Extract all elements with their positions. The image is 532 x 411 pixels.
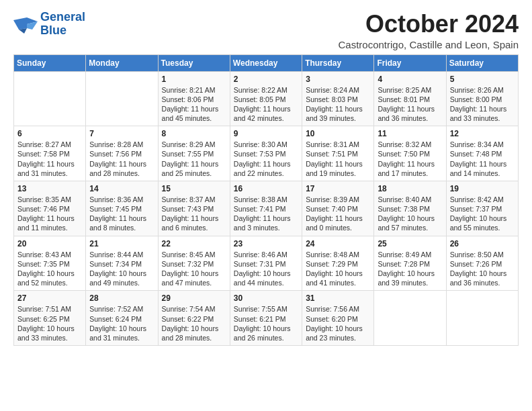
day-number: 9 <box>234 129 298 138</box>
calendar-day-cell <box>446 291 518 346</box>
day-number: 24 <box>306 239 370 248</box>
calendar-week-row: 1Sunrise: 8:21 AMSunset: 8:06 PMDaylight… <box>14 71 519 126</box>
calendar-table: SundayMondayTuesdayWednesdayThursdayFrid… <box>13 54 519 346</box>
calendar-day-cell: 7Sunrise: 8:28 AMSunset: 7:56 PMDaylight… <box>86 126 158 181</box>
calendar-day-cell: 18Sunrise: 8:40 AMSunset: 7:38 PMDayligh… <box>374 181 446 236</box>
calendar-day-cell: 15Sunrise: 8:37 AMSunset: 7:43 PMDayligh… <box>158 181 230 236</box>
weekday-header: Monday <box>86 54 158 71</box>
calendar-day-cell: 3Sunrise: 8:24 AMSunset: 8:03 PMDaylight… <box>302 71 374 126</box>
calendar-day-cell: 30Sunrise: 7:55 AMSunset: 6:21 PMDayligh… <box>230 291 302 346</box>
day-info: Sunrise: 8:38 AMSunset: 7:41 PMDaylight:… <box>234 195 291 232</box>
calendar-day-cell: 29Sunrise: 7:54 AMSunset: 6:22 PMDayligh… <box>158 291 230 346</box>
weekday-row: SundayMondayTuesdayWednesdayThursdayFrid… <box>14 54 519 71</box>
calendar-day-cell: 28Sunrise: 7:52 AMSunset: 6:24 PMDayligh… <box>86 291 158 346</box>
day-number: 4 <box>378 75 442 84</box>
day-number: 22 <box>162 239 226 248</box>
day-info: Sunrise: 8:29 AMSunset: 7:55 PMDaylight:… <box>162 140 219 177</box>
day-number: 16 <box>234 184 298 193</box>
calendar-day-cell: 11Sunrise: 8:32 AMSunset: 7:50 PMDayligh… <box>374 126 446 181</box>
location-subtitle: Castrocontrigo, Castille and Leon, Spain <box>339 39 519 50</box>
day-number: 27 <box>17 293 82 303</box>
day-info: Sunrise: 8:21 AMSunset: 8:06 PMDaylight:… <box>162 86 219 123</box>
calendar-day-cell: 4Sunrise: 8:25 AMSunset: 8:01 PMDaylight… <box>374 71 446 126</box>
calendar-day-cell: 9Sunrise: 8:30 AMSunset: 7:53 PMDaylight… <box>230 126 302 181</box>
day-info: Sunrise: 8:42 AMSunset: 7:37 PMDaylight:… <box>450 195 507 232</box>
day-info: Sunrise: 7:54 AMSunset: 6:22 PMDaylight:… <box>162 305 219 342</box>
calendar-day-cell <box>86 71 158 126</box>
day-info: Sunrise: 8:30 AMSunset: 7:53 PMDaylight:… <box>234 140 291 177</box>
day-info: Sunrise: 7:56 AMSunset: 6:20 PMDaylight:… <box>306 305 363 342</box>
day-number: 25 <box>378 239 442 248</box>
day-info: Sunrise: 8:43 AMSunset: 7:35 PMDaylight:… <box>17 250 75 287</box>
calendar-day-cell: 12Sunrise: 8:34 AMSunset: 7:48 PMDayligh… <box>446 126 518 181</box>
day-number: 5 <box>450 75 515 84</box>
title-block: October 2024 Castrocontrigo, Castille an… <box>339 11 519 50</box>
day-info: Sunrise: 8:31 AMSunset: 7:51 PMDaylight:… <box>306 140 363 177</box>
month-title: October 2024 <box>339 11 519 38</box>
calendar-week-row: 13Sunrise: 8:35 AMSunset: 7:46 PMDayligh… <box>14 181 519 236</box>
day-info: Sunrise: 8:37 AMSunset: 7:43 PMDaylight:… <box>162 195 219 232</box>
page-container: General Blue October 2024 Castrocontrigo… <box>0 0 532 353</box>
weekday-header: Friday <box>374 54 446 71</box>
calendar-day-cell: 26Sunrise: 8:50 AMSunset: 7:26 PMDayligh… <box>446 236 518 291</box>
day-info: Sunrise: 8:44 AMSunset: 7:34 PMDaylight:… <box>89 250 146 287</box>
weekday-header: Saturday <box>446 54 518 71</box>
day-number: 6 <box>17 129 82 138</box>
day-number: 1 <box>162 75 226 84</box>
day-info: Sunrise: 8:49 AMSunset: 7:28 PMDaylight:… <box>378 250 435 287</box>
calendar-header: SundayMondayTuesdayWednesdayThursdayFrid… <box>14 54 519 71</box>
day-info: Sunrise: 8:40 AMSunset: 7:38 PMDaylight:… <box>378 195 435 232</box>
weekday-header: Sunday <box>14 54 86 71</box>
calendar-day-cell: 23Sunrise: 8:46 AMSunset: 7:31 PMDayligh… <box>230 236 302 291</box>
logo-text: General Blue <box>40 11 85 38</box>
calendar-day-cell: 6Sunrise: 8:27 AMSunset: 7:58 PMDaylight… <box>14 126 86 181</box>
day-number: 12 <box>450 129 515 138</box>
day-number: 2 <box>234 75 298 84</box>
day-number: 18 <box>378 184 442 193</box>
day-info: Sunrise: 8:26 AMSunset: 8:00 PMDaylight:… <box>450 86 507 123</box>
calendar-day-cell: 24Sunrise: 8:48 AMSunset: 7:29 PMDayligh… <box>302 236 374 291</box>
header: General Blue October 2024 Castrocontrigo… <box>13 11 519 50</box>
day-number: 30 <box>234 293 298 303</box>
weekday-header: Wednesday <box>230 54 302 71</box>
calendar-day-cell: 25Sunrise: 8:49 AMSunset: 7:28 PMDayligh… <box>374 236 446 291</box>
day-info: Sunrise: 7:55 AMSunset: 6:21 PMDaylight:… <box>234 305 291 342</box>
calendar-day-cell: 21Sunrise: 8:44 AMSunset: 7:34 PMDayligh… <box>86 236 158 291</box>
calendar-day-cell: 16Sunrise: 8:38 AMSunset: 7:41 PMDayligh… <box>230 181 302 236</box>
calendar-day-cell: 22Sunrise: 8:45 AMSunset: 7:32 PMDayligh… <box>158 236 230 291</box>
day-number: 10 <box>306 129 370 138</box>
day-number: 29 <box>162 293 226 303</box>
day-number: 11 <box>378 129 442 138</box>
day-info: Sunrise: 8:46 AMSunset: 7:31 PMDaylight:… <box>234 250 291 287</box>
day-info: Sunrise: 8:45 AMSunset: 7:32 PMDaylight:… <box>162 250 219 287</box>
calendar-day-cell: 1Sunrise: 8:21 AMSunset: 8:06 PMDaylight… <box>158 71 230 126</box>
calendar-day-cell: 14Sunrise: 8:36 AMSunset: 7:45 PMDayligh… <box>86 181 158 236</box>
calendar-week-row: 20Sunrise: 8:43 AMSunset: 7:35 PMDayligh… <box>14 236 519 291</box>
calendar-day-cell: 19Sunrise: 8:42 AMSunset: 7:37 PMDayligh… <box>446 181 518 236</box>
day-info: Sunrise: 8:50 AMSunset: 7:26 PMDaylight:… <box>450 250 507 287</box>
day-number: 13 <box>17 184 82 193</box>
calendar-day-cell: 20Sunrise: 8:43 AMSunset: 7:35 PMDayligh… <box>14 236 86 291</box>
calendar-week-row: 27Sunrise: 7:51 AMSunset: 6:25 PMDayligh… <box>14 291 519 346</box>
weekday-header: Thursday <box>302 54 374 71</box>
day-number: 8 <box>162 129 226 138</box>
day-number: 17 <box>306 184 370 193</box>
day-info: Sunrise: 8:28 AMSunset: 7:56 PMDaylight:… <box>89 140 146 177</box>
logo-line2: Blue <box>40 24 85 38</box>
calendar-day-cell: 10Sunrise: 8:31 AMSunset: 7:51 PMDayligh… <box>302 126 374 181</box>
day-info: Sunrise: 8:34 AMSunset: 7:48 PMDaylight:… <box>450 140 507 177</box>
day-info: Sunrise: 8:32 AMSunset: 7:50 PMDaylight:… <box>378 140 435 177</box>
calendar-day-cell: 8Sunrise: 8:29 AMSunset: 7:55 PMDaylight… <box>158 126 230 181</box>
weekday-header: Tuesday <box>158 54 230 71</box>
day-number: 20 <box>17 239 82 248</box>
day-info: Sunrise: 7:52 AMSunset: 6:24 PMDaylight:… <box>89 305 146 342</box>
day-number: 28 <box>89 293 154 303</box>
calendar-body: 1Sunrise: 8:21 AMSunset: 8:06 PMDaylight… <box>14 71 519 345</box>
day-info: Sunrise: 8:39 AMSunset: 7:40 PMDaylight:… <box>306 195 363 232</box>
day-number: 19 <box>450 184 515 193</box>
day-number: 15 <box>162 184 226 193</box>
logo-line1: General <box>40 11 85 24</box>
logo: General Blue <box>13 11 85 38</box>
day-number: 26 <box>450 239 515 248</box>
day-info: Sunrise: 8:35 AMSunset: 7:46 PMDaylight:… <box>17 195 75 232</box>
